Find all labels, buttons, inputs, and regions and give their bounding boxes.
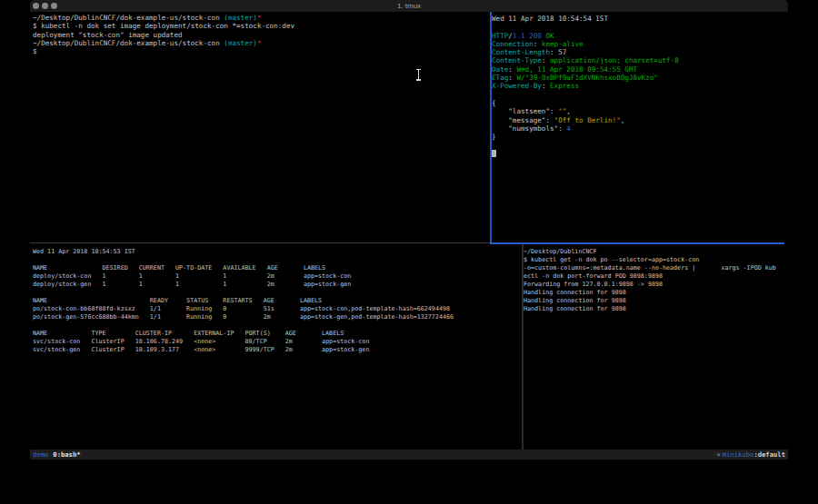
pane-border-horizontal-left[interactable] <box>30 242 490 243</box>
terminal-line: "message": "Off to Berlin!", <box>492 116 679 124</box>
terminal-line <box>492 141 679 149</box>
status-left: demo0:bash* <box>33 450 81 459</box>
terminal-line: svc/stock-con ClusterIP 10.106.78.249 <n… <box>33 338 454 346</box>
terminal-line: "numsymbols": 4 <box>492 124 679 133</box>
terminal-line: ~/Desktop/DublinCNCF <box>524 248 776 256</box>
kube-context: minikube <box>723 450 754 459</box>
terminal-line: ~/Desktop/DublinCNCF/dok-example-us/stoc… <box>33 39 294 47</box>
terminal-line: Content-Type: application/json; charset=… <box>492 56 679 64</box>
terminal-line: Connection: keep-alive <box>492 40 679 48</box>
terminal-line: X-Powered-By: Express <box>492 82 679 90</box>
pane-border-vertical-top[interactable] <box>490 12 492 242</box>
zoom-button[interactable] <box>51 3 57 9</box>
window-titlebar[interactable]: 1. tmux <box>30 0 788 12</box>
terminal-line: NAME DESIRED CURRENT UP-TO-DATE AVAILABL… <box>33 264 454 272</box>
terminal-line: ectl -n dok port-forward POD 9898:9898 <box>524 272 776 281</box>
terminal-line: po/stock-gen-576cc688bb-44kmn 1/1 Runnin… <box>33 313 454 321</box>
pane-bottom-left[interactable]: Wed 11 Apr 2018 10:54:53 IST NAME DESIRE… <box>33 248 454 354</box>
terminal-line: } <box>492 133 679 141</box>
terminal-line: Wed 11 Apr 2018 10:54:53 IST <box>33 248 454 256</box>
close-button[interactable] <box>33 3 39 9</box>
pane-border-vertical-bottom[interactable] <box>522 244 524 450</box>
pane-top-left[interactable]: ~/Desktop/DublinCNCF/dok-example-us/stoc… <box>33 14 294 55</box>
terminal-line <box>33 321 454 330</box>
terminal-line: Handling connection for 9898 <box>524 289 776 297</box>
minimize-button[interactable] <box>42 3 48 9</box>
helm-wheel-icon: ⎈ <box>716 450 720 459</box>
traffic-lights <box>33 3 57 9</box>
terminal-line: Handling connection for 9898 <box>524 305 776 313</box>
pane-border-horizontal-right-active[interactable] <box>490 242 784 244</box>
kube-namespace: :default <box>753 450 785 459</box>
terminal-window: 1. tmux ~/Desktop/DublinCNCF/dok-example… <box>30 0 788 460</box>
status-right: ⎈minikube:default <box>716 450 785 459</box>
terminal-line: NAME READY STATUS RESTARTS AGE LABELS <box>33 297 454 305</box>
terminal-line <box>33 256 454 264</box>
terminal-line: svc/stock-gen ClusterIP 10.109.3.177 <no… <box>33 346 454 354</box>
terminal-line <box>492 150 679 158</box>
terminal-line: deploy/stock-con 1 1 1 1 2m app=stock-co… <box>33 272 454 281</box>
terminal-line: Forwarding from 127.0.0.1:9898 -> 9898 <box>524 281 776 289</box>
terminal-line: Content-Length: 57 <box>492 48 679 56</box>
session-name: demo <box>33 450 48 459</box>
terminal-line: Handling connection for 9898 <box>524 297 776 305</box>
terminal-line: Wed 11 Apr 2018 10:54:54 IST <box>492 15 679 23</box>
terminal-line: ~/Desktop/DublinCNCF/dok-example-us/stoc… <box>33 14 294 22</box>
terminal-line: ETag: W/"39-0xBPf9aF1dXVNkhsxoBQgJ8vKzo" <box>492 74 679 82</box>
window-title: 1. tmux <box>30 0 788 12</box>
block-cursor <box>492 150 496 158</box>
terminal-line: HTTP/1.1 200 OK <box>492 32 679 40</box>
terminal-line: NAME TYPE CLUSTER-IP EXTERNAL-IP PORT(S)… <box>33 330 454 338</box>
terminal-line: $ <box>33 47 294 55</box>
terminal-line: $ kubectl get -n dok po --selector=app=s… <box>524 256 776 264</box>
terminal-line: deploy/stock-gen 1 1 1 1 2m app=stock-ge… <box>33 281 454 289</box>
terminal-line <box>33 289 454 297</box>
terminal-line: "lastseen": "", <box>492 107 679 115</box>
terminal-line: { <box>492 99 679 107</box>
terminal-line <box>492 23 679 31</box>
tmux-status-bar: demo0:bash* ⎈minikube:default <box>30 450 788 460</box>
terminal-line: Date: Wed, 11 Apr 2018 09:54:55 GMT <box>492 65 679 74</box>
terminal-line: $ kubectl -n dok set image deployment/st… <box>33 22 294 30</box>
mouse-ibeam-cursor <box>416 69 421 81</box>
terminal-line <box>492 91 679 99</box>
terminal-line: deployment "stock-con" image updated <box>33 31 294 39</box>
tmux-terminal: ~/Desktop/DublinCNCF/dok-example-us/stoc… <box>30 12 788 450</box>
terminal-line: -o=custom-columns=:metadata.name --no-he… <box>524 264 776 272</box>
terminal-line: po/stock-con-bb68f88fd-kzsxz 1/1 Running… <box>33 305 454 313</box>
window-tab-bash[interactable]: 0:bash* <box>53 450 80 459</box>
pane-top-right-active[interactable]: Wed 11 Apr 2018 10:54:54 IST HTTP/1.1 20… <box>492 15 679 158</box>
pane-bottom-right[interactable]: ~/Desktop/DublinCNCF$ kubectl get -n dok… <box>524 248 776 313</box>
